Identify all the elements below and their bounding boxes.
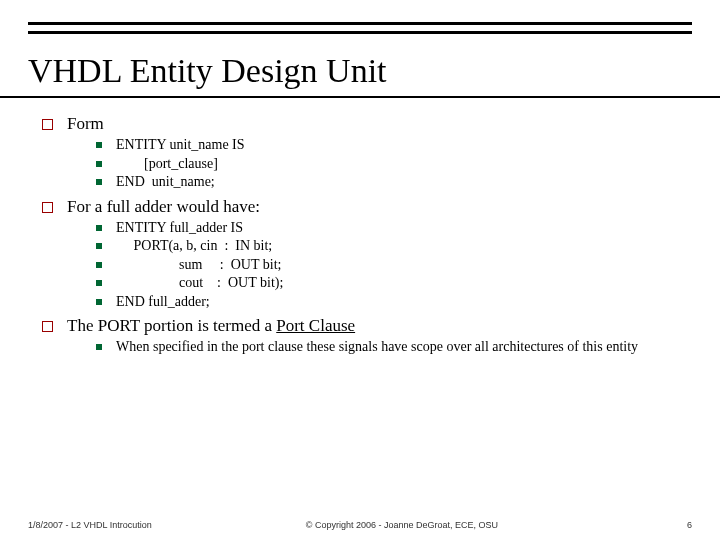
lvl1-text: Form (67, 114, 104, 134)
lvl2-text: ENTITY unit_name IS (116, 136, 245, 154)
lvl1-text-underlined: Port Clause (276, 316, 355, 335)
bullet-lvl2: PORT(a, b, cin : IN bit; (96, 237, 692, 255)
footer-date: 1/8/2007 - L2 VHDL Introcution (28, 520, 152, 530)
square-solid-icon (96, 262, 102, 268)
bullet-lvl2: sum : OUT bit; (96, 256, 692, 274)
bullet-lvl2: ENTITY full_adder IS (96, 219, 692, 237)
square-solid-icon (96, 299, 102, 305)
lvl2-group: ENTITY unit_name IS [port_clause] END un… (96, 136, 692, 191)
bar-bottom (28, 31, 692, 34)
footer-page-number: 6 (652, 520, 692, 530)
bullet-lvl2: ENTITY unit_name IS (96, 136, 692, 154)
bullet-lvl2: cout : OUT bit); (96, 274, 692, 292)
slide-content: Form ENTITY unit_name IS [port_clause] E… (0, 98, 720, 356)
footer-copyright: © Copyright 2006 - Joanne DeGroat, ECE, … (152, 520, 652, 530)
decorative-bars (0, 0, 720, 34)
lvl2-text: END full_adder; (116, 293, 210, 311)
lvl2-text: cout : OUT bit); (116, 274, 283, 292)
square-solid-icon (96, 344, 102, 350)
lvl2-text: When specified in the port clause these … (116, 338, 638, 356)
bullet-lvl2: [port_clause] (96, 155, 692, 173)
square-solid-icon (96, 142, 102, 148)
bullet-lvl2: When specified in the port clause these … (96, 338, 692, 356)
lvl2-text: sum : OUT bit; (116, 256, 281, 274)
square-solid-icon (96, 280, 102, 286)
bullet-lvl1: The PORT portion is termed a Port Clause (42, 316, 692, 336)
slide-title: VHDL Entity Design Unit (0, 40, 720, 98)
square-solid-icon (96, 243, 102, 249)
lvl1-text: The PORT portion is termed a Port Clause (67, 316, 355, 336)
square-outline-icon (42, 202, 53, 213)
square-solid-icon (96, 225, 102, 231)
slide: VHDL Entity Design Unit Form ENTITY unit… (0, 0, 720, 540)
lvl1-text: For a full adder would have: (67, 197, 260, 217)
lvl2-text: [port_clause] (116, 155, 218, 173)
lvl2-text: PORT(a, b, cin : IN bit; (116, 237, 272, 255)
square-solid-icon (96, 179, 102, 185)
lvl2-text: END unit_name; (116, 173, 215, 191)
bullet-lvl2: END full_adder; (96, 293, 692, 311)
square-solid-icon (96, 161, 102, 167)
lvl2-group: When specified in the port clause these … (96, 338, 692, 356)
square-outline-icon (42, 119, 53, 130)
bullet-lvl1: Form (42, 114, 692, 134)
square-outline-icon (42, 321, 53, 332)
footer: 1/8/2007 - L2 VHDL Introcution © Copyrig… (0, 520, 720, 530)
bullet-lvl2: END unit_name; (96, 173, 692, 191)
bullet-lvl1: For a full adder would have: (42, 197, 692, 217)
bar-top (28, 22, 692, 25)
lvl2-group: ENTITY full_adder IS PORT(a, b, cin : IN… (96, 219, 692, 311)
lvl2-text: ENTITY full_adder IS (116, 219, 243, 237)
lvl1-text-pre: The PORT portion is termed a (67, 316, 276, 335)
